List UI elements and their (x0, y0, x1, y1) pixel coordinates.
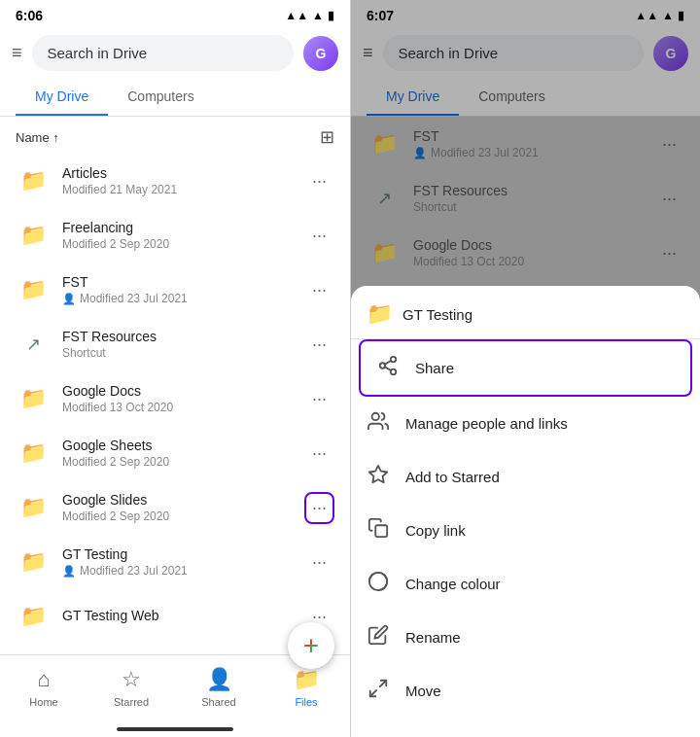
left-file-list: 📁 Articles Modified 21 May 2021 ··· 📁 Fr… (0, 154, 350, 654)
more-button[interactable]: ··· (304, 548, 334, 577)
avatar[interactable]: G (303, 36, 338, 71)
file-info: Google Docs Modified 13 Oct 2020 (62, 383, 293, 414)
more-button[interactable]: ··· (304, 222, 334, 250)
context-menu-item-copy-link[interactable]: Copy link (351, 504, 700, 557)
file-meta: 👤 Modified 23 Jul 2021 (62, 292, 293, 305)
copy-link-icon (367, 517, 390, 544)
starred-icon: ☆ (122, 667, 141, 692)
shared-icon: 👤 (206, 667, 232, 692)
list-item[interactable]: 📁 Google Slides Modified 2 Sep 2020 ··· (0, 480, 350, 535)
file-info: Google Sheets Modified 2 Sep 2020 (62, 438, 293, 469)
rename-icon (367, 624, 390, 650)
context-item-label-move: Move (405, 683, 441, 699)
fab-plus-icon: + (303, 630, 319, 661)
name-sort-bar: Name ↑ ⊞ (0, 117, 350, 154)
svg-line-3 (385, 367, 391, 370)
context-menu-item-share[interactable]: Share (359, 339, 692, 397)
context-menu-header: 📁 GT Testing (351, 286, 700, 339)
context-menu-item-manage-people[interactable]: Manage people and links (351, 397, 700, 450)
nav-files[interactable]: 📁 Files (262, 663, 350, 712)
file-name: Google Slides (62, 492, 293, 508)
context-item-label-share: Share (415, 360, 454, 376)
tab-my-drive[interactable]: My Drive (16, 79, 108, 116)
context-item-label-copy-link: Copy link (405, 522, 466, 539)
folder-icon: 📁 (16, 163, 51, 198)
file-meta: Modified 21 May 2021 (62, 183, 293, 196)
context-menu-item-change-colour[interactable]: Change colour (351, 557, 700, 611)
grid-view-icon[interactable]: ⊞ (320, 126, 334, 148)
manage-people-icon (367, 410, 390, 437)
home-indicator (117, 727, 233, 731)
file-meta: Modified 2 Sep 2020 (62, 455, 293, 469)
wifi-icon: ▲ (312, 9, 324, 22)
list-item[interactable]: 📁 Freelancing Modified 2 Sep 2020 ··· (0, 208, 350, 263)
file-name: FST Resources (62, 329, 293, 344)
more-button-highlighted[interactable]: ··· (304, 492, 334, 524)
shared-icon-small: 👤 (62, 565, 76, 578)
shared-icon-small: 👤 (62, 293, 76, 305)
fab-button[interactable]: + (288, 622, 334, 669)
folder-icon: 📁 (16, 218, 51, 253)
more-button[interactable]: ··· (304, 385, 334, 413)
change-colour-icon (367, 571, 390, 597)
folder-icon: 📁 (16, 436, 51, 471)
folder-icon: 📁 (16, 490, 51, 525)
nav-starred[interactable]: ☆ Starred (88, 663, 175, 712)
context-menu-item-move[interactable]: Move (351, 664, 700, 718)
tab-computers[interactable]: Computers (108, 79, 213, 116)
file-name: FST (62, 274, 293, 290)
svg-point-5 (372, 413, 379, 420)
folder-icon: 📁 (16, 272, 51, 307)
list-item[interactable]: 📁 GT Testing 👤 Modified 23 Jul 2021 ··· (0, 535, 350, 589)
file-name: GT Testing (62, 546, 293, 562)
nav-shared[interactable]: 👤 Shared (175, 663, 262, 712)
signal-icon: ▲▲ (285, 9, 308, 22)
left-header: ≡ Search in Drive G (0, 27, 350, 79)
nav-home[interactable]: ⌂ Home (0, 663, 88, 712)
context-item-label-rename: Rename (405, 629, 461, 646)
file-info: Articles Modified 21 May 2021 (62, 165, 293, 196)
context-menu: 📁 GT Testing Share (351, 286, 700, 737)
file-name: Google Docs (62, 383, 293, 399)
file-info: GT Testing 👤 Modified 23 Jul 2021 (62, 546, 293, 578)
more-button[interactable]: ··· (304, 331, 334, 359)
search-text: Search in Drive (48, 45, 148, 61)
file-meta: Shortcut (62, 346, 293, 360)
folder-icon: 📁 (16, 544, 51, 579)
svg-rect-7 (375, 525, 387, 537)
folder-icon: 📁 (16, 381, 51, 416)
context-menu-item-rename[interactable]: Rename (351, 611, 700, 664)
list-item[interactable]: 📁 Articles Modified 21 May 2021 ··· (0, 154, 350, 208)
file-meta: Modified 2 Sep 2020 (62, 509, 293, 523)
search-bar[interactable]: Search in Drive (32, 35, 294, 71)
more-button[interactable]: ··· (304, 439, 334, 468)
context-menu-title: GT Testing (402, 306, 472, 323)
file-name: Freelancing (62, 220, 293, 235)
context-item-label-colour: Change colour (405, 576, 501, 592)
file-meta: Modified 2 Sep 2020 (62, 237, 293, 251)
file-info: GT Testing Web (62, 608, 293, 625)
file-info: Freelancing Modified 2 Sep 2020 (62, 220, 293, 251)
move-icon (367, 678, 390, 704)
list-item[interactable]: 📁 FST 👤 Modified 23 Jul 2021 ··· (0, 263, 350, 317)
context-item-label-manage: Manage people and links (405, 415, 568, 432)
more-button[interactable]: ··· (304, 276, 334, 304)
file-name: Google Sheets (62, 438, 293, 453)
more-button[interactable]: ··· (304, 167, 334, 195)
list-item[interactable]: ↗ FST Resources Shortcut ··· (0, 317, 350, 371)
context-menu-item-starred[interactable]: Add to Starred (351, 450, 700, 504)
sort-label[interactable]: Name ↑ (16, 130, 59, 145)
svg-line-4 (385, 361, 391, 365)
left-status-bar: 6:06 ▲▲ ▲ ▮ (0, 0, 350, 27)
svg-marker-6 (369, 466, 387, 482)
hamburger-icon[interactable]: ≡ (12, 43, 22, 63)
svg-line-9 (380, 681, 386, 686)
right-phone-panel: 6:07 ▲▲ ▲ ▮ ≡ Search in Drive G My Drive… (350, 0, 700, 737)
left-tabs: My Drive Computers (0, 79, 350, 117)
list-item[interactable]: 📁 Google Sheets Modified 2 Sep 2020 ··· (0, 426, 350, 480)
file-info: FST 👤 Modified 23 Jul 2021 (62, 274, 293, 305)
nav-home-label: Home (29, 696, 57, 708)
file-info: Google Slides Modified 2 Sep 2020 (62, 492, 293, 523)
list-item[interactable]: 📁 Google Docs Modified 13 Oct 2020 ··· (0, 371, 350, 426)
left-status-icons: ▲▲ ▲ ▮ (285, 9, 334, 22)
